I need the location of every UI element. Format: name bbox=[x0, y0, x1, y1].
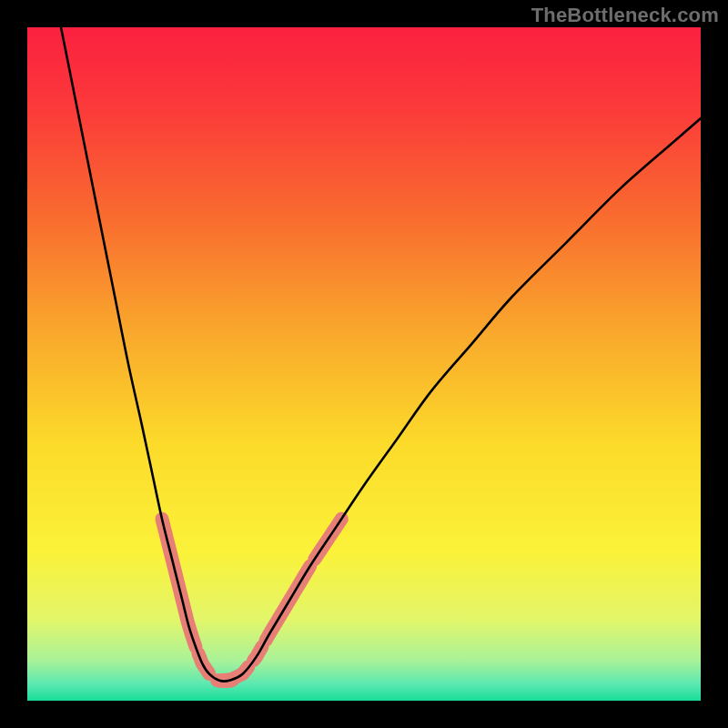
chart-svg bbox=[27, 27, 701, 701]
watermark-text: TheBottleneck.com bbox=[531, 4, 719, 27]
frame: TheBottleneck.com bbox=[0, 0, 728, 728]
plot-area bbox=[27, 27, 701, 701]
